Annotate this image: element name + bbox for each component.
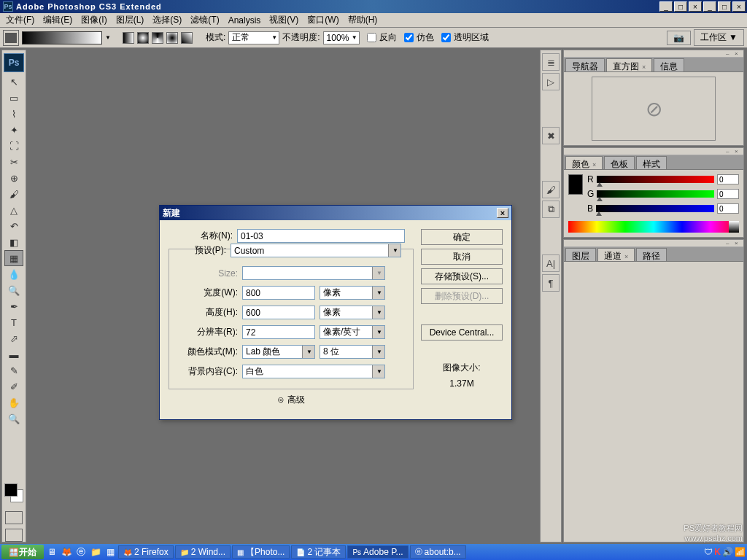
- ok-button[interactable]: 确定: [421, 229, 503, 245]
- tray-k-icon[interactable]: K: [714, 547, 721, 557]
- bridge-button[interactable]: 📷: [667, 31, 691, 45]
- history-brush-tool[interactable]: ↶: [4, 218, 23, 234]
- resolution-unit-select[interactable]: 像素/英寸: [320, 325, 385, 339]
- zoom-tool[interactable]: 🔍: [4, 411, 23, 427]
- menu-layer[interactable]: 图层(L): [112, 12, 149, 28]
- blur-tool[interactable]: 💧: [4, 266, 23, 282]
- dock-actions-icon[interactable]: ▷: [542, 73, 560, 90]
- color-spectrum[interactable]: [568, 221, 739, 233]
- panel-minimize-icon[interactable]: –: [726, 240, 733, 246]
- r-value[interactable]: [717, 174, 739, 184]
- g-value[interactable]: [717, 189, 739, 199]
- advanced-toggle[interactable]: 高级: [169, 389, 414, 411]
- b-slider[interactable]: [596, 205, 714, 212]
- diamond-gradient-icon[interactable]: [181, 32, 193, 44]
- bgcontent-select[interactable]: 白色: [242, 365, 385, 378]
- move-tool[interactable]: ↖: [4, 74, 23, 90]
- tab-styles[interactable]: 样式: [636, 156, 667, 169]
- dock-history-icon[interactable]: ≣: [542, 53, 560, 71]
- menu-help[interactable]: 帮助(H): [344, 12, 382, 28]
- crop-tool[interactable]: ⛶: [4, 138, 23, 154]
- ql-desktop-icon[interactable]: 🖥: [45, 545, 58, 559]
- hand-tool[interactable]: ✋: [4, 394, 23, 411]
- dock-clone-icon[interactable]: ⧉: [542, 201, 560, 218]
- doc-close-button[interactable]: ×: [732, 1, 746, 12]
- cancel-button[interactable]: 取消: [421, 249, 503, 265]
- r-slider[interactable]: [597, 176, 714, 183]
- foreground-color-swatch[interactable]: [568, 174, 583, 195]
- menu-select[interactable]: 选择(S): [148, 12, 186, 28]
- tray-network-icon[interactable]: 📶: [735, 547, 746, 557]
- tab-histogram[interactable]: 直方图×: [606, 58, 652, 71]
- tab-info[interactable]: 信息: [654, 58, 684, 71]
- dialog-titlebar[interactable]: 新建 ×: [160, 206, 511, 220]
- lasso-tool[interactable]: ⌇: [4, 106, 23, 122]
- workspace-menu[interactable]: 工作区 ▼: [694, 29, 744, 46]
- task-explorer[interactable]: 📁2 Wind...: [175, 545, 231, 559]
- panel-close-icon[interactable]: ×: [735, 240, 742, 246]
- notes-tool[interactable]: ✎: [4, 362, 23, 378]
- colorbits-select[interactable]: 8 位: [320, 345, 385, 359]
- tray-volume-icon[interactable]: 🔊: [722, 547, 733, 557]
- width-input[interactable]: [242, 286, 315, 300]
- tab-swatches[interactable]: 色板: [604, 156, 635, 169]
- linear-gradient-icon[interactable]: [123, 32, 134, 44]
- type-tool[interactable]: T: [4, 314, 23, 330]
- tray-shield-icon[interactable]: 🛡: [704, 547, 713, 557]
- b-value[interactable]: [717, 203, 739, 214]
- slice-tool[interactable]: ✂: [4, 154, 23, 170]
- task-photoshop-doc[interactable]: ▦【Photo...: [232, 545, 290, 559]
- path-tool[interactable]: ⬀: [4, 330, 23, 346]
- blend-mode-select[interactable]: 正常: [228, 31, 279, 44]
- tab-paths[interactable]: 路径: [636, 248, 667, 261]
- menu-image[interactable]: 图像(I): [77, 12, 111, 28]
- angle-gradient-icon[interactable]: [152, 32, 163, 44]
- eraser-tool[interactable]: ◧: [4, 234, 23, 250]
- task-about[interactable]: ⓔabout:b...: [410, 545, 466, 559]
- ps-logo[interactable]: Ps: [4, 53, 24, 72]
- system-tray[interactable]: 🛡 K 🔊 📶: [704, 547, 746, 557]
- menu-analysis[interactable]: Analysis: [224, 14, 266, 27]
- dodge-tool[interactable]: 🔍: [4, 282, 23, 298]
- ql-ie-icon[interactable]: ⓔ: [74, 545, 88, 559]
- device-central-button[interactable]: Device Central...: [421, 324, 503, 341]
- panel-close-icon[interactable]: ×: [735, 148, 742, 154]
- quickmask-toggle[interactable]: [5, 511, 23, 524]
- dock-tool-presets-icon[interactable]: ✖: [542, 127, 560, 144]
- eyedropper-tool[interactable]: ✐: [4, 378, 23, 394]
- minimize-button[interactable]: _: [659, 1, 673, 12]
- resolution-input[interactable]: [242, 325, 315, 339]
- height-input[interactable]: [242, 306, 315, 319]
- menu-view[interactable]: 视图(V): [265, 12, 303, 28]
- brush-tool[interactable]: 🖌: [4, 186, 23, 202]
- start-button[interactable]: 🪟 开始: [1, 545, 44, 559]
- color-swatches[interactable]: [4, 479, 23, 507]
- panel-close-icon[interactable]: ×: [735, 50, 742, 56]
- maximize-button[interactable]: □: [674, 1, 687, 12]
- dither-checkbox[interactable]: [404, 33, 414, 42]
- task-photoshop[interactable]: PsAdobe P...: [347, 545, 408, 559]
- gradient-tool[interactable]: ▦: [4, 250, 23, 266]
- preset-select[interactable]: Custom: [231, 244, 401, 257]
- ql-folder-icon[interactable]: 📁: [89, 545, 102, 559]
- panel-minimize-icon[interactable]: –: [726, 50, 733, 56]
- panel-minimize-icon[interactable]: –: [726, 148, 733, 154]
- height-unit-select[interactable]: 像素: [320, 306, 385, 319]
- colormode-select[interactable]: Lab 颜色: [242, 345, 315, 359]
- reverse-checkbox[interactable]: [367, 33, 376, 42]
- tab-color[interactable]: 颜色×: [565, 156, 603, 169]
- ql-firefox-icon[interactable]: 🦊: [60, 545, 73, 559]
- dialog-close-button[interactable]: ×: [497, 208, 508, 218]
- save-preset-button[interactable]: 存储预设(S)...: [421, 268, 503, 284]
- reflected-gradient-icon[interactable]: [166, 32, 178, 44]
- shape-tool[interactable]: ▬: [4, 346, 23, 362]
- task-notepad[interactable]: 📄2 记事本: [291, 545, 346, 559]
- wand-tool[interactable]: ✦: [4, 122, 23, 138]
- ql-app-icon[interactable]: ▦: [104, 545, 117, 559]
- tab-channels[interactable]: 通道×: [597, 248, 635, 261]
- radial-gradient-icon[interactable]: [137, 32, 149, 44]
- dock-character-icon[interactable]: A|: [542, 254, 560, 272]
- heal-tool[interactable]: ⊕: [4, 170, 23, 186]
- menu-filter[interactable]: 滤镜(T): [186, 12, 223, 28]
- tool-preset-picker[interactable]: [3, 30, 19, 46]
